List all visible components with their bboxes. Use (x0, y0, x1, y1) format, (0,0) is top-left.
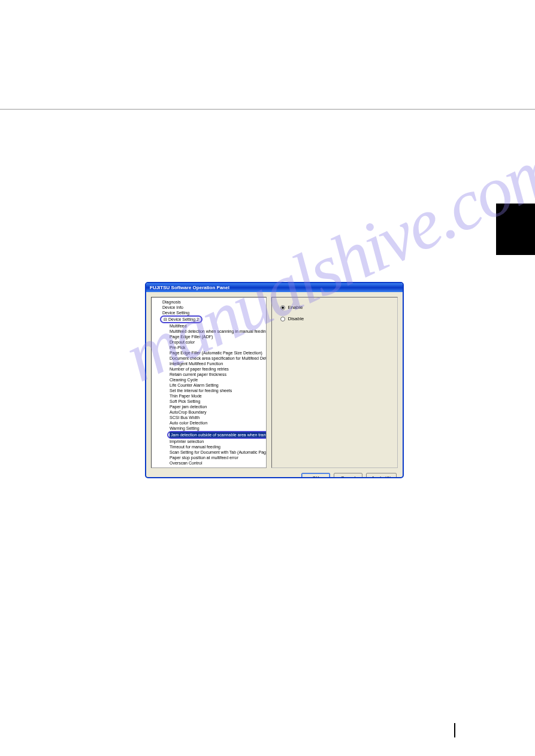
tree-item[interactable]: Pre-Pick (155, 345, 264, 350)
radio-icon (280, 317, 285, 321)
tree-item[interactable]: Timeout for manual feeding (155, 444, 264, 450)
dialog-window: FUJITSU Software Operation Panel Diagnos… (145, 282, 404, 478)
tree-item-selected[interactable]: Jam detection outside of scannable area … (155, 431, 264, 439)
tree-item[interactable]: Paper stop position at multifeed error (155, 455, 264, 460)
circled-highlight: Jam detection outside of scannable area … (167, 431, 267, 439)
tree-item[interactable]: Retain current paper thickness (155, 372, 264, 377)
tree-item[interactable]: SCSI Bus Width (155, 415, 264, 420)
tree-item-diagnosis[interactable]: Diagnosis (155, 299, 264, 305)
tree-item[interactable]: Thin Paper Mode (155, 393, 264, 399)
radio-icon (280, 305, 285, 310)
dialog-title: FUJITSU Software Operation Panel (150, 285, 229, 290)
tree-item[interactable]: Number of paper feeding retries (155, 366, 264, 372)
tree-item-device-info[interactable]: Device Info (155, 305, 264, 310)
tree-item[interactable]: Document check area specification for Mu… (155, 356, 264, 361)
cancel-button[interactable]: Cancel (334, 473, 362, 478)
button-row: OK Cancel Apply (A) (146, 473, 403, 478)
circled-highlight: ⊟ Device Setting 2 (160, 315, 202, 323)
tree-item[interactable]: Overscan Control (155, 460, 264, 466)
radio-label: Enable (288, 305, 303, 310)
tree-item[interactable]: Cleaning Cycle (155, 377, 264, 382)
tree-item[interactable]: Life Counter Alarm Setting (155, 382, 264, 388)
tree-item[interactable]: Auto color Detection (155, 420, 264, 426)
tree-item[interactable]: Dropout color (155, 339, 264, 345)
tree-item[interactable]: Paper jam detection (155, 404, 264, 409)
tree-item[interactable]: Warning Setting (155, 426, 264, 431)
tree-item[interactable]: Page Edge Filler (ADF) (155, 334, 264, 339)
tree-item-device-setting[interactable]: Device Setting (155, 310, 264, 315)
tree-item[interactable]: Intelligent Multifeed Function (155, 361, 264, 366)
radio-enable[interactable]: Enable (280, 305, 389, 310)
tree-pane[interactable]: Diagnosis Device Info Device Setting ⊟ D… (151, 297, 267, 468)
ok-button[interactable]: OK (301, 473, 330, 478)
tree-item[interactable]: AutoCrop Boundary (155, 409, 264, 415)
tree-item[interactable]: Multifeed detection when scanning in man… (155, 329, 264, 334)
tree-item-device-setting-2[interactable]: ⊟ Device Setting 2 (155, 315, 264, 323)
apply-button[interactable]: Apply (A) (366, 473, 397, 478)
dialog-content: Diagnosis Device Info Device Setting ⊟ D… (146, 292, 403, 473)
side-tab-marker (496, 204, 535, 255)
tree-item[interactable]: Page Edge Filler (Automatic Page Size De… (155, 350, 264, 356)
radio-disable[interactable]: Disable (280, 316, 389, 321)
tree-item[interactable]: Soft Pick Setting (155, 399, 264, 404)
titlebar[interactable]: FUJITSU Software Operation Panel (146, 283, 403, 292)
header-rule (0, 109, 535, 110)
options-pane: Enable Disable (271, 297, 398, 468)
tree-item[interactable]: Multifeed (155, 323, 264, 329)
tree-item[interactable]: Imprinter selection (155, 439, 264, 444)
tree-item[interactable]: Set the interval for feeding sheets (155, 388, 264, 393)
page-footer-mark (454, 723, 455, 737)
radio-label: Disable (288, 316, 304, 321)
tree-item[interactable]: Scan Setting for Document with Tab (Auto… (155, 450, 264, 455)
